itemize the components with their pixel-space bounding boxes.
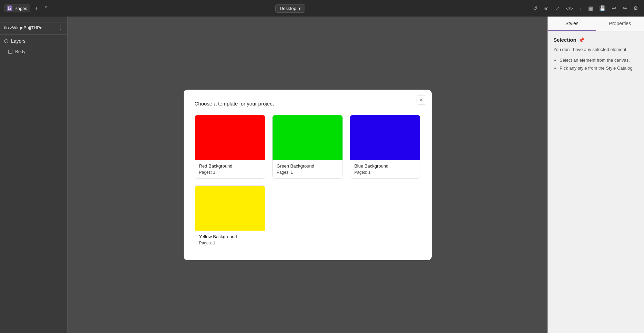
template-preview-green: [273, 115, 343, 160]
page-name: tkxzWkqgBujjTHPc: [4, 25, 42, 30]
template-grid: Red Background Pages: 1 Green Background…: [195, 115, 421, 249]
modal-close-button[interactable]: ✕: [417, 95, 426, 105]
left-sidebar: tkxzWkqgBujjTHPc ⋮ ⬡ Layers Body: [0, 17, 68, 333]
modal-overlay: Choose a template for your project ✕ Red…: [68, 17, 548, 333]
layers-header: ⬡ Layers: [0, 35, 67, 47]
canvas-area[interactable]: Choose a template for your project ✕ Red…: [68, 17, 548, 333]
expand-button[interactable]: ⤢: [553, 4, 562, 13]
template-pages-yellow: Pages: 1: [199, 241, 261, 245]
collapse-button[interactable]: ^: [43, 4, 50, 13]
svg-rect-2: [9, 8, 10, 9]
template-name-blue: Blue Background: [354, 163, 416, 169]
template-pages-green: Pages: 1: [277, 170, 338, 175]
selection-panel: Selection 📌 You don't have any selected …: [548, 31, 644, 78]
template-info-yellow: Yellow Background Pages: 1: [195, 231, 265, 249]
template-info-red: Red Background Pages: 1: [195, 160, 265, 178]
template-name-green: Green Background: [277, 163, 338, 169]
template-info-green: Green Background Pages: 1: [273, 160, 343, 178]
selection-bullets: Select an element from the canvas. Pick …: [553, 56, 638, 72]
template-preview-blue: [350, 115, 420, 160]
template-name-yellow: Yellow Background: [199, 234, 261, 239]
template-card-green[interactable]: Green Background Pages: 1: [272, 115, 343, 179]
page-list-item[interactable]: tkxzWkqgBujjTHPc ⋮: [0, 22, 67, 33]
layers-panel-icon: ⬡: [4, 38, 8, 44]
settings-button[interactable]: ⚙: [631, 4, 640, 13]
add-page-button[interactable]: +: [33, 4, 40, 13]
template-pages-red: Pages: 1: [199, 170, 261, 175]
svg-rect-1: [9, 7, 11, 8]
template-name-red: Red Background: [199, 163, 261, 169]
layer-body-item[interactable]: Body: [0, 47, 67, 56]
device-selector[interactable]: Desktop ▾: [275, 4, 305, 13]
template-modal: Choose a template for your project ✕ Red…: [184, 90, 432, 260]
template-card-yellow[interactable]: Yellow Background Pages: 1: [195, 185, 265, 249]
selection-empty-text: You don't have any selected element.: [553, 47, 638, 52]
modal-title: Choose a template for your project: [195, 101, 421, 107]
save-button[interactable]: 💾: [597, 4, 608, 13]
pages-label: Pages: [14, 6, 27, 11]
download-button[interactable]: ↓: [577, 4, 584, 13]
pin-icon: 📌: [579, 37, 584, 43]
preview-button[interactable]: 👁: [542, 4, 551, 13]
layer-body-label: Body: [15, 49, 25, 54]
layers-section: ⬡ Layers Body: [0, 34, 67, 56]
topbar: Pages + ^ Desktop ▾ ↺ 👁 ⤢ </> ↓ ▣ 💾 ↩ ↪ …: [0, 0, 644, 17]
refresh-button[interactable]: ↺: [531, 4, 540, 13]
main-layout: tkxzWkqgBujjTHPc ⋮ ⬡ Layers Body Choose …: [0, 17, 644, 333]
template-card-blue[interactable]: Blue Background Pages: 1: [350, 115, 420, 179]
pages-tab[interactable]: Pages: [4, 4, 30, 12]
undo-button[interactable]: ↩: [610, 4, 619, 13]
topbar-center: Desktop ▾: [275, 4, 305, 13]
template-pages-blue: Pages: 1: [354, 170, 416, 175]
pages-icon: [7, 6, 12, 11]
device-arrow-icon: ▾: [298, 6, 301, 11]
tab-properties[interactable]: Properties: [596, 17, 644, 31]
template-info-blue: Blue Background Pages: 1: [350, 160, 420, 178]
layer-rect-icon: [8, 50, 12, 54]
layers-button[interactable]: ▣: [586, 4, 595, 13]
topbar-right: ↺ 👁 ⤢ </> ↓ ▣ 💾 ↩ ↪ ⚙: [531, 4, 640, 13]
tab-styles[interactable]: Styles: [548, 17, 596, 31]
layers-label: Layers: [11, 38, 25, 44]
pages-header: [0, 17, 67, 22]
selection-bullet-1: Select an element from the canvas.: [560, 56, 638, 64]
right-tabs: Styles Properties: [548, 17, 644, 31]
template-card-red[interactable]: Red Background Pages: 1: [195, 115, 265, 179]
code-button[interactable]: </>: [564, 4, 575, 13]
template-preview-red: [195, 115, 265, 160]
selection-label: Selection: [553, 37, 576, 43]
selection-title: Selection 📌: [553, 37, 638, 43]
right-sidebar: Styles Properties Selection 📌 You don't …: [548, 17, 644, 333]
redo-button[interactable]: ↪: [621, 4, 629, 13]
page-options-icon[interactable]: ⋮: [58, 24, 63, 31]
device-label: Desktop: [280, 6, 296, 11]
topbar-left: Pages + ^: [4, 4, 50, 13]
selection-bullet-2: Pick any style from the Style Catalog.: [560, 64, 638, 72]
template-preview-yellow: [195, 186, 265, 231]
